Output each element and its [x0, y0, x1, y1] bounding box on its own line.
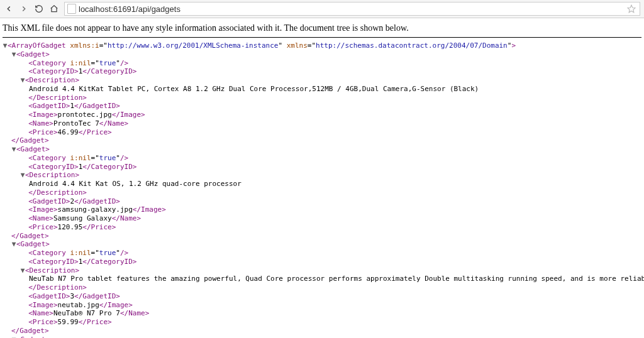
forward-button[interactable]: [19, 4, 29, 14]
collapse-toggle[interactable]: ▼: [11, 335, 16, 339]
collapse-toggle[interactable]: ▼: [20, 171, 25, 180]
svg-marker-0: [628, 5, 635, 13]
address-bar[interactable]: localhost:61691/api/gadgets: [64, 2, 640, 16]
xml-tree: ▼<ArrayOfGadget xmlns:i="http://www.w3.o…: [0, 41, 644, 338]
home-button[interactable]: [49, 4, 59, 14]
page-icon: [67, 4, 76, 14]
separator: [3, 37, 641, 38]
browser-toolbar: localhost:61691/api/gadgets: [0, 0, 644, 18]
back-button[interactable]: [4, 4, 14, 14]
url-text: localhost:61691/api/gadgets: [79, 4, 180, 14]
reload-button[interactable]: [34, 4, 44, 14]
collapse-toggle[interactable]: ▼: [20, 266, 25, 275]
collapse-toggle[interactable]: ▼: [11, 240, 16, 249]
xml-notice: This XML file does not appear to have an…: [0, 18, 644, 37]
collapse-toggle[interactable]: ▼: [11, 145, 16, 154]
collapse-toggle[interactable]: ▼: [11, 50, 16, 59]
collapse-toggle[interactable]: ▼: [3, 41, 8, 50]
collapse-toggle[interactable]: ▼: [20, 76, 25, 85]
bookmark-icon[interactable]: [627, 4, 636, 13]
